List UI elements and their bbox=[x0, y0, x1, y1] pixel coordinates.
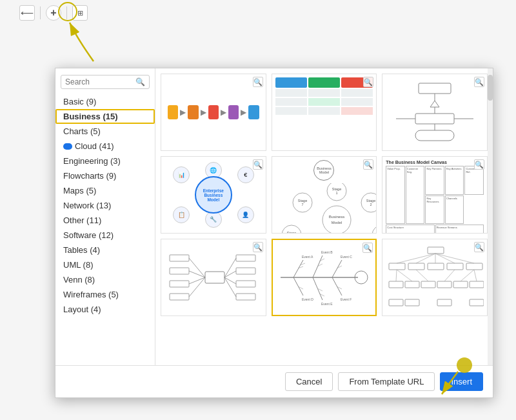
sidebar-item-charts[interactable]: Charts (5) bbox=[55, 124, 155, 139]
svg-rect-80 bbox=[421, 281, 435, 288]
canvas-cell-vp: Value Prop. bbox=[386, 166, 405, 224]
sidebar-item-network[interactable]: Network (13) bbox=[55, 198, 155, 213]
stage-svg: Business Model Stage 1 Stage 2 bbox=[275, 183, 377, 234]
svg-text:Event C: Event C bbox=[341, 255, 352, 259]
center-circle: EnterpriseBusinessModel bbox=[195, 176, 232, 214]
svg-line-36 bbox=[189, 258, 205, 277]
zoom-icon-3[interactable]: 🔍 bbox=[474, 77, 484, 87]
canvas-grid: Key Partners Key Activities Value Prop. … bbox=[386, 166, 484, 224]
sidebar-item-flowcharts[interactable]: Flowcharts (9) bbox=[55, 168, 155, 183]
canvas-preview: The Business Model Canvas Key Partners K… bbox=[382, 157, 487, 233]
basic-label: Basic (9) bbox=[63, 97, 96, 106]
sidebar-item-venn[interactable]: Venn (8) bbox=[55, 272, 155, 287]
flow-tree-svg bbox=[166, 242, 260, 313]
swim-col-3 bbox=[341, 77, 373, 147]
svg-rect-32 bbox=[170, 255, 189, 261]
svg-rect-86 bbox=[437, 299, 452, 306]
search-icon: 🔍 bbox=[135, 77, 145, 86]
diagram-business-model[interactable]: EnterpriseBusinessModel 🌐 € 👤 🔧 📋 📊 🔍 bbox=[161, 156, 266, 234]
canvas-cell-ch: Channels bbox=[445, 195, 464, 225]
venn-label: Venn (8) bbox=[63, 275, 95, 285]
swim-cell bbox=[308, 89, 340, 97]
flowcharts-label: Flowcharts (9) bbox=[63, 171, 116, 181]
svg-text:7: 7 bbox=[301, 203, 303, 206]
network-preview bbox=[382, 239, 487, 315]
cloud-icon bbox=[63, 143, 72, 150]
diagram-canvas[interactable]: The Business Model Canvas Key Partners K… bbox=[382, 156, 488, 234]
zoom-icon-6[interactable]: 🔍 bbox=[474, 159, 484, 170]
sidebar-item-wireframes[interactable]: Wireframes (5) bbox=[55, 287, 155, 302]
cancel-button[interactable]: Cancel bbox=[285, 372, 333, 391]
svg-line-60 bbox=[319, 259, 324, 261]
search-box[interactable]: 🔍 bbox=[61, 75, 150, 89]
svg-line-93 bbox=[396, 270, 397, 281]
stage-container: Business Model Stage 1 Stage 2 bbox=[275, 183, 373, 234]
arrow-2: ▶ bbox=[201, 108, 206, 117]
zoom-icon-8[interactable]: 🔍 bbox=[362, 243, 373, 253]
sidebar-item-basic[interactable]: Basic (9) bbox=[55, 94, 155, 109]
proc-box-5 bbox=[248, 105, 259, 119]
proc-box-4 bbox=[228, 105, 239, 119]
svg-text:Stage: Stage bbox=[286, 231, 295, 234]
svg-line-61 bbox=[337, 266, 342, 268]
canvas-cell-cr: Customer Rel. bbox=[464, 166, 484, 195]
svg-rect-43 bbox=[236, 281, 255, 287]
svg-text:1: 1 bbox=[335, 191, 337, 195]
svg-text:Event B: Event B bbox=[321, 250, 333, 254]
sidebar-item-maps[interactable]: Maps (5) bbox=[55, 183, 155, 198]
diagram-flow-tree[interactable]: 🔍 bbox=[161, 239, 266, 316]
diagram-process-flow[interactable]: ▶ ▶ ▶ ▶ 🔍 bbox=[161, 74, 266, 151]
diagram-stage-model[interactable]: BusinessModel Business Model bbox=[272, 156, 377, 234]
sidebar-item-business[interactable]: Business (15) bbox=[55, 109, 155, 124]
sidebar-item-uml[interactable]: UML (8) bbox=[55, 257, 155, 272]
template-url-button[interactable]: From Template URL bbox=[338, 372, 435, 391]
other-label: Other (11) bbox=[63, 215, 101, 225]
sidebar-item-tables[interactable]: Tables (4) bbox=[55, 243, 155, 257]
svg-line-45 bbox=[224, 258, 236, 277]
svg-rect-82 bbox=[453, 281, 468, 288]
stage-preview: BusinessModel Business Model bbox=[272, 157, 377, 233]
insert-button[interactable]: Insert bbox=[440, 372, 483, 391]
svg-rect-74 bbox=[408, 263, 424, 270]
svg-rect-85 bbox=[405, 299, 419, 306]
swim-header bbox=[275, 77, 307, 88]
sidebar-item-layout[interactable]: Layout (4) bbox=[55, 302, 155, 317]
swim-cell bbox=[275, 107, 307, 115]
sidebar-item-software[interactable]: Software (12) bbox=[55, 228, 155, 243]
network-svg bbox=[386, 244, 484, 312]
zoom-icon-5[interactable]: 🔍 bbox=[363, 159, 373, 170]
scroll-track[interactable] bbox=[488, 68, 493, 365]
zoom-icon-4[interactable]: 🔍 bbox=[253, 159, 263, 170]
swimlane-preview bbox=[272, 74, 377, 150]
cloud-label: Cloud (41) bbox=[75, 141, 114, 151]
svg-text:2: 2 bbox=[370, 203, 372, 206]
modal-overlay: × 🔍 Basic (9) Business (15) Charts (5) bbox=[0, 0, 516, 420]
svg-rect-34 bbox=[170, 281, 189, 287]
zoom-icon-1[interactable]: 🔍 bbox=[253, 77, 263, 87]
sidebar-item-cloud[interactable]: Cloud (41) bbox=[55, 139, 155, 154]
svg-rect-41 bbox=[236, 255, 255, 261]
arrow-3: ▶ bbox=[221, 108, 226, 117]
svg-rect-75 bbox=[428, 263, 444, 270]
diagram-network[interactable]: 🔍 bbox=[382, 239, 488, 316]
sidebar-item-other[interactable]: Other (11) bbox=[55, 213, 155, 228]
zoom-icon-9[interactable]: 🔍 bbox=[474, 242, 484, 252]
process-flow-preview: ▶ ▶ ▶ ▶ bbox=[161, 74, 266, 150]
svg-text:Event D: Event D bbox=[302, 297, 313, 301]
search-input[interactable] bbox=[65, 77, 135, 86]
zoom-icon-7[interactable]: 🔍 bbox=[253, 242, 263, 252]
sidebar-item-engineering[interactable]: Engineering (3) bbox=[55, 154, 155, 168]
swimlane-cols bbox=[275, 77, 373, 147]
svg-rect-77 bbox=[466, 263, 482, 270]
stage-center: BusinessModel bbox=[313, 160, 334, 181]
flowchart-svg bbox=[393, 80, 477, 145]
diagram-fishbone[interactable]: Event A Event B Event C Event D Event E … bbox=[272, 239, 377, 316]
canvas-revenue: Revenue Streams bbox=[435, 225, 484, 233]
scroll-thumb[interactable] bbox=[488, 75, 493, 101]
diagram-flowchart[interactable]: 🔍 bbox=[382, 74, 488, 151]
wireframes-label: Wireframes (5) bbox=[63, 290, 119, 299]
swim-cell bbox=[341, 98, 373, 106]
diagram-content: ▶ ▶ ▶ ▶ 🔍 bbox=[155, 68, 493, 365]
zoom-icon-2[interactable]: 🔍 bbox=[363, 77, 373, 87]
diagram-swimlane[interactable]: 🔍 bbox=[272, 74, 377, 151]
